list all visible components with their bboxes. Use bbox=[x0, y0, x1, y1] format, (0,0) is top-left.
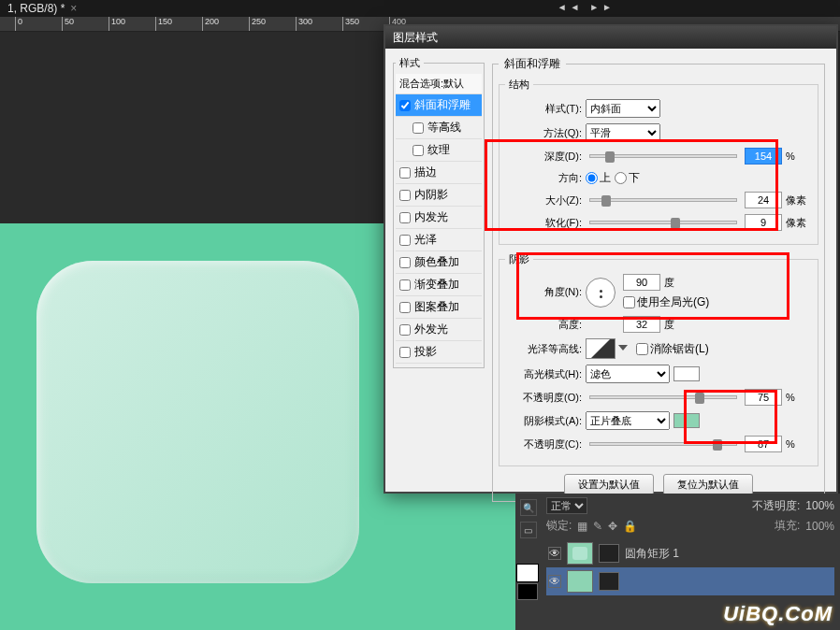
blend-mode-select[interactable]: 正常 bbox=[546, 497, 587, 514]
bevel-checkbox[interactable] bbox=[399, 100, 411, 111]
drop-shadow-item[interactable]: 投影 bbox=[396, 341, 482, 364]
direction-label: 方向: bbox=[505, 171, 582, 185]
lock-transparency-icon[interactable]: ▦ bbox=[577, 520, 587, 533]
structure-legend: 结构 bbox=[505, 78, 533, 92]
shadow-color-swatch[interactable] bbox=[673, 413, 700, 428]
inner-glow-checkbox[interactable] bbox=[399, 212, 411, 223]
angle-input[interactable] bbox=[623, 274, 660, 291]
highlight-opacity-slider[interactable] bbox=[589, 395, 737, 399]
layer-mask-thumbnail[interactable] bbox=[599, 572, 619, 591]
set-default-button[interactable]: 设置为默认值 bbox=[564, 474, 654, 495]
reset-default-button[interactable]: 复位为默认值 bbox=[663, 474, 753, 495]
shadow-opacity-label: 不透明度(C): bbox=[505, 437, 582, 451]
sh-opacity-unit: % bbox=[786, 438, 812, 450]
global-light-checkbox[interactable]: 使用全局光(G) bbox=[623, 294, 709, 310]
fill-value[interactable]: 100% bbox=[805, 520, 834, 533]
angle-unit: 度 bbox=[664, 276, 690, 290]
altitude-input[interactable] bbox=[623, 316, 660, 333]
drop-shadow-checkbox[interactable] bbox=[399, 347, 411, 358]
visibility-icon[interactable]: 👁 bbox=[548, 575, 561, 588]
depth-unit: % bbox=[786, 150, 812, 162]
highlight-opacity-input[interactable] bbox=[745, 389, 782, 406]
layer-thumbnail[interactable] bbox=[567, 542, 593, 565]
contour-item[interactable]: 等高线 bbox=[396, 117, 482, 139]
depth-input[interactable] bbox=[745, 148, 782, 165]
hl-opacity-unit: % bbox=[786, 392, 812, 403]
soften-label: 软化(F): bbox=[505, 216, 582, 230]
gloss-contour-picker[interactable] bbox=[586, 338, 616, 359]
lock-all-icon[interactable]: 🔒 bbox=[623, 520, 637, 533]
satin-item[interactable]: 光泽 bbox=[396, 229, 482, 251]
highlight-opacity-label: 不透明度(O): bbox=[505, 391, 582, 405]
altitude-unit: 度 bbox=[664, 318, 690, 332]
magnify-icon[interactable]: 🔍 bbox=[520, 499, 537, 516]
layer-style-dialog: 图层样式 样式 混合选项:默认 斜面和浮雕 等高线 纹理 描边 内阴影 内发光 … bbox=[384, 24, 838, 494]
shadow-mode-label: 阴影模式(A): bbox=[505, 414, 582, 428]
size-label: 大小(Z): bbox=[505, 193, 582, 208]
layer-row[interactable]: 👁 bbox=[546, 567, 834, 595]
gradient-overlay-checkbox[interactable] bbox=[399, 279, 411, 291]
soften-input[interactable] bbox=[745, 214, 782, 231]
lock-position-icon[interactable]: ✥ bbox=[608, 520, 617, 533]
direction-down-radio[interactable]: 下 bbox=[615, 170, 640, 186]
outer-glow-checkbox[interactable] bbox=[399, 324, 411, 336]
layer-name[interactable]: 圆角矩形 1 bbox=[625, 546, 679, 562]
blending-options-item[interactable]: 混合选项:默认 bbox=[396, 74, 482, 94]
color-overlay-checkbox[interactable] bbox=[399, 257, 411, 268]
angle-label: 角度(N): bbox=[505, 285, 582, 299]
layer-opacity-label: 不透明度: bbox=[752, 498, 800, 514]
size-input[interactable] bbox=[745, 192, 782, 208]
depth-label: 深度(D): bbox=[505, 150, 582, 164]
lock-paint-icon[interactable]: ✎ bbox=[593, 520, 602, 533]
depth-slider[interactable] bbox=[589, 154, 737, 158]
layer-row[interactable]: 👁 圆角矩形 1 bbox=[546, 539, 834, 567]
angle-dial[interactable] bbox=[586, 278, 616, 308]
direction-up-radio[interactable]: 上 bbox=[586, 170, 611, 186]
rounded-rect-shape[interactable] bbox=[36, 261, 359, 583]
style-select[interactable]: 内斜面 bbox=[586, 99, 660, 118]
shadow-opacity-slider[interactable] bbox=[589, 442, 737, 446]
inner-glow-item[interactable]: 内发光 bbox=[396, 207, 482, 229]
document-tab[interactable]: 1, RGB/8) *× bbox=[7, 2, 77, 15]
highlight-mode-label: 高光模式(H): bbox=[505, 367, 582, 381]
foreground-swatch[interactable] bbox=[517, 565, 538, 581]
nav-arrows[interactable]: ◄◄ ►► bbox=[558, 2, 616, 12]
fill-label: 填充: bbox=[775, 518, 800, 534]
lock-label: 锁定: bbox=[546, 518, 572, 534]
styles-legend: 样式 bbox=[396, 56, 424, 70]
gloss-contour-label: 光泽等高线: bbox=[505, 342, 582, 356]
shading-legend: 阴影 bbox=[505, 252, 533, 266]
layer-opacity-value[interactable]: 100% bbox=[805, 499, 834, 512]
bevel-emboss-item[interactable]: 斜面和浮雕 bbox=[396, 94, 482, 117]
shadow-mode-select[interactable]: 正片叠底 bbox=[586, 411, 670, 430]
method-select[interactable]: 平滑 bbox=[586, 123, 660, 142]
gradient-overlay-item[interactable]: 渐变叠加 bbox=[396, 274, 482, 296]
stroke-item[interactable]: 描边 bbox=[396, 162, 482, 184]
highlight-color-swatch[interactable] bbox=[673, 366, 700, 381]
inner-shadow-checkbox[interactable] bbox=[399, 190, 411, 201]
soften-slider[interactable] bbox=[589, 221, 737, 224]
contour-checkbox[interactable] bbox=[413, 122, 424, 134]
document-icon[interactable]: ▭ bbox=[520, 522, 537, 538]
close-icon[interactable]: × bbox=[70, 2, 77, 15]
pattern-overlay-item[interactable]: 图案叠加 bbox=[396, 296, 482, 319]
visibility-icon[interactable]: 👁 bbox=[548, 547, 561, 560]
antialias-checkbox[interactable]: 消除锯齿(L) bbox=[636, 341, 709, 357]
outer-glow-item[interactable]: 外发光 bbox=[396, 319, 482, 341]
background-swatch[interactable] bbox=[517, 583, 538, 600]
stroke-checkbox[interactable] bbox=[399, 167, 411, 179]
texture-item[interactable]: 纹理 bbox=[396, 139, 482, 162]
highlight-mode-select[interactable]: 滤色 bbox=[586, 365, 670, 383]
color-overlay-item[interactable]: 颜色叠加 bbox=[396, 251, 482, 274]
layer-thumbnail[interactable] bbox=[567, 570, 593, 593]
shadow-opacity-input[interactable] bbox=[745, 436, 782, 452]
satin-checkbox[interactable] bbox=[399, 235, 411, 246]
method-label: 方法(Q): bbox=[505, 126, 582, 140]
inner-shadow-item[interactable]: 内阴影 bbox=[396, 184, 482, 207]
altitude-label: 高度: bbox=[505, 318, 582, 332]
layer-mask-thumbnail[interactable] bbox=[599, 544, 619, 563]
size-slider[interactable] bbox=[589, 198, 737, 202]
texture-checkbox[interactable] bbox=[413, 145, 424, 156]
pattern-overlay-checkbox[interactable] bbox=[399, 302, 411, 313]
tool-icons-column: 🔍 ▭ bbox=[515, 494, 541, 630]
